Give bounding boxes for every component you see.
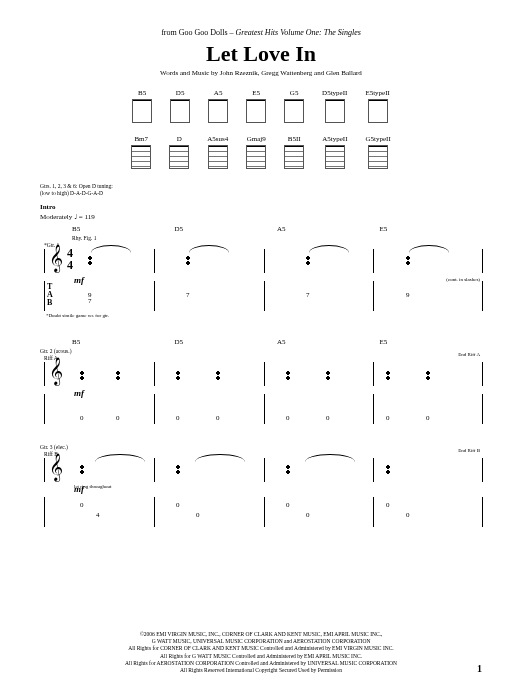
system-2: B5 D5 A5 E5 Gtr. 2 (acous.) Riff A 𝄞 End… [40,338,482,424]
staff-block: 𝄞 End Riff A mf 0 0 0 0 0 0 [44,362,482,424]
staff-block: 𝄞 End Riff B mf let ring throughout 0 4 … [44,458,482,527]
chord-diagram: G5typeII [366,135,391,169]
time-signature: 4 4 [67,247,73,271]
staff: 𝄞 4 4 (cont. in slashes) [44,249,482,273]
chord-diagram: A5sus4 [207,135,228,169]
tempo: Moderately ♩ = 119 [40,213,482,221]
album-title: Greatest Hits Volume One: The Singles [236,28,361,37]
staff: 𝄞 End Riff A [44,362,482,386]
chord-diagram: A5 [208,89,228,123]
chord-labels: B5 D5 A5 E5 [72,338,482,346]
tablature: 0 0 0 0 0 0 0 0 [44,394,482,424]
system-intro: Intro Moderately ♩ = 119 B5 D5 A5 E5 Rhy… [40,203,482,318]
tablature: TAB 9 7 7 7 9 [44,281,482,311]
staff-block: 𝄞 4 4 (cont. in slashes) mf TAB [44,249,482,311]
chord-row-1: B5 D5 A5 E5 G5 D5typeII E5typeII [40,89,482,123]
chord-diagram: E5typeII [365,89,390,123]
riff-label: Rhy. Fig. 1 [72,235,482,241]
chord-diagram: Gmaj9 [246,135,266,169]
from-line: from Goo Goo Dolls – Greatest Hits Volum… [40,28,482,37]
riff-label: Riff A [44,355,482,361]
end-riff: End Riff B [458,448,480,453]
sheet-header: from Goo Goo Dolls – Greatest Hits Volum… [40,28,482,77]
chord-diagram: E5 [246,89,266,123]
chord-diagram: B5 [132,89,152,123]
chord-diagram: G5 [284,89,304,123]
credits: Words and Music by John Rzeznik, Gregg W… [40,69,482,77]
footnote: *Doubt simile game wr. for gtr. [46,313,482,318]
chord-diagram: D5 [170,89,190,123]
system-3: Gtr. 3 (elec.) Riff B 𝄞 End Riff B mf le… [40,444,482,527]
chord-diagram: B5II [284,135,304,169]
tuning-note: Gtrs. 1, 2, 3 & 6: Open D tuning: (low t… [40,183,482,197]
guitar-label: Gtr. 3 (elec.) [40,444,482,450]
staff: 𝄞 End Riff B [44,458,482,482]
chord-diagram: D [169,135,189,169]
guitar-label: Gtr. 2 (acous.) [40,348,482,354]
chord-diagram: D5typeII [322,89,347,123]
treble-clef-icon: 𝄞 [49,245,63,272]
let-ring-note: let ring throughout [74,484,482,489]
treble-clef-icon: 𝄞 [49,358,63,385]
tablature: 0 4 0 0 0 0 0 0 [44,497,482,527]
dynamic-marking: mf [74,484,84,494]
tab-label-icon: TAB [47,283,53,307]
chord-diagram: Bm7 [131,135,151,169]
from-prefix: from Goo Goo Dolls – [161,28,235,37]
song-title: Let Love In [40,41,482,67]
copyright-block: ©2006 EMI VIRGIN MUSIC, INC., CORNER OF … [0,631,522,674]
chord-labels: B5 D5 A5 E5 [72,225,482,233]
end-riff: End Riff A [458,352,480,357]
treble-clef-icon: 𝄞 [49,454,63,481]
chord-diagram: A5typeII [322,135,347,169]
chord-row-2: Bm7 D A5sus4 Gmaj9 B5II A5typeII G5typeI… [40,135,482,169]
section-label: Intro [40,203,482,211]
page-number: 1 [477,663,482,674]
